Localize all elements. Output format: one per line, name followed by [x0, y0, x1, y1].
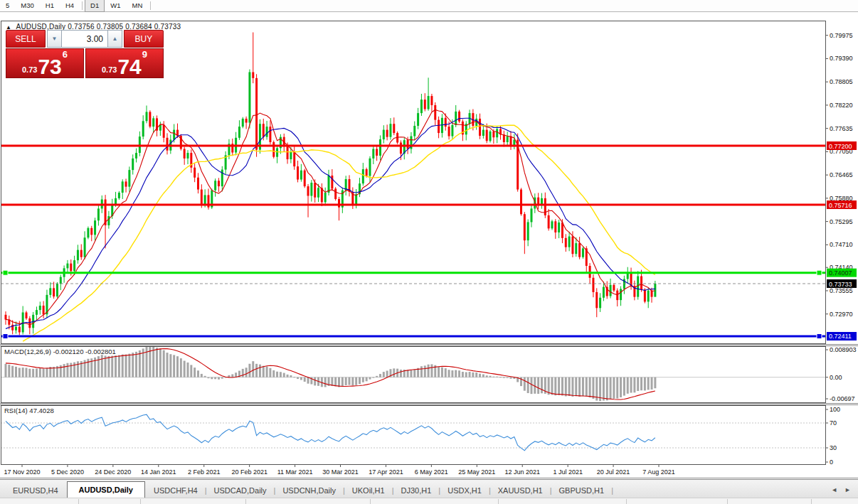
tab-audusd-daily[interactable]: AUDUSD,Daily — [67, 481, 145, 498]
date-tick-label: 14 Jan 2021 — [141, 468, 176, 476]
price-tick-label: 0.78805 — [830, 78, 853, 85]
date-tick-label: 24 Dec 2020 — [95, 468, 131, 476]
price-tick-label: 0.79975 — [830, 32, 853, 39]
level-price-badge: 0.77200 — [827, 141, 857, 150]
timeframe-button-D1[interactable]: D1 — [85, 0, 105, 12]
level-price-badge: 0.75716 — [827, 200, 857, 209]
buy-price-pips: 74 — [117, 58, 141, 76]
timeframe-button-MN[interactable]: MN — [127, 0, 149, 12]
macd-scale-label: 0.008903 — [830, 346, 857, 353]
status-column-separator — [78, 499, 79, 504]
timeframe-button-5[interactable]: 5 — [0, 0, 15, 12]
mt4-window: { "toolbar": { "timeframes": ["5", "M30"… — [0, 0, 858, 504]
tab-usdx-h1[interactable]: USDX,H1 — [440, 483, 489, 498]
price-tick-label: 0.76465 — [830, 171, 853, 178]
tab-gbpusd-h1[interactable]: GBPUSD,H1 — [552, 483, 612, 498]
date-tick-label: 17 Nov 2020 — [4, 468, 40, 476]
date-tick-label: 2 Feb 2021 — [188, 468, 221, 476]
toolbar-separator — [82, 1, 83, 10]
timeframe-button-W1[interactable]: W1 — [105, 0, 126, 12]
buy-price-base: 0.73 — [102, 65, 117, 74]
status-column-separator — [811, 499, 812, 504]
date-tick-label: 20 Feb 2021 — [231, 468, 268, 476]
price-tick-label: 0.75295 — [830, 218, 853, 225]
price-tick-label: 0.79390 — [830, 55, 853, 62]
date-tick-label: 20 Jul 2021 — [597, 468, 630, 476]
level-price-badge: 0.74007 — [827, 269, 857, 277]
status-column-separator — [140, 499, 141, 504]
status-column-separator — [498, 499, 499, 504]
tab-eurusd-h4[interactable]: EURUSD,H4 — [0, 483, 65, 498]
rsi-scale-label: 30 — [830, 444, 837, 451]
timeframe-toolbar: 5M30H1H4D1W1MN — [0, 0, 858, 12]
sell-price-base: 0.73 — [22, 65, 37, 74]
rsi-label: RSI(14) 47.4028 — [4, 407, 54, 414]
timeframe-button-H1[interactable]: H1 — [40, 0, 60, 12]
one-click-trading-panel: SELL ▼ ▲ BUY 0.73 73 6 0.73 74 9 — [6, 30, 164, 78]
volume-increase-button[interactable]: ▲ — [107, 30, 122, 48]
svg-text:0.74007: 0.74007 — [829, 269, 852, 277]
date-tick-label: 11 Mar 2021 — [277, 468, 313, 476]
date-tick-label: 17 Apr 2021 — [369, 468, 403, 476]
tab-usdcnh-daily[interactable]: USDCNH,Daily — [275, 483, 343, 498]
date-tick-label: 6 May 2021 — [415, 468, 448, 476]
date-tick-label: 1 Jul 2021 — [553, 468, 583, 476]
price-tick-label: 0.72970 — [830, 311, 853, 318]
macd-scale-label: 0.00 — [830, 374, 842, 381]
buy-price-display[interactable]: 0.73 74 9 — [85, 48, 164, 78]
timeframe-button-M30[interactable]: M30 — [15, 0, 39, 12]
sell-price-display[interactable]: 0.73 73 6 — [6, 48, 84, 78]
timeframe-button-H4[interactable]: H4 — [60, 0, 80, 12]
symbol-tab-bar: EURUSD,H4AUDUSD,DailyUSDCHF,H4|USDCAD,Da… — [0, 479, 858, 498]
sell-price-pips: 73 — [38, 58, 61, 76]
sell-price-point: 6 — [63, 49, 68, 60]
rsi-scale-label: 0 — [830, 459, 833, 466]
price-tick-label: 0.77635 — [830, 125, 853, 132]
toolbar-separator — [150, 1, 151, 10]
tab-usdchf-h4[interactable]: USDCHF,H4 — [147, 483, 205, 498]
svg-text:0.73733: 0.73733 — [829, 281, 852, 288]
date-tick-label: 7 Aug 2021 — [642, 468, 675, 476]
rsi-scale-label: 70 — [830, 419, 837, 427]
tab-xauusd-h1[interactable]: XAUUSD,H1 — [491, 483, 550, 498]
svg-text:0.75716: 0.75716 — [829, 202, 852, 209]
price-tick-label: 0.74710 — [830, 241, 853, 248]
price-tick-label: 0.78220 — [830, 102, 853, 109]
volume-input[interactable] — [62, 30, 107, 48]
tab-dj30-h1[interactable]: DJ30,H1 — [394, 483, 439, 498]
volume-decrease-button[interactable]: ▼ — [47, 30, 62, 48]
buy-price-point: 9 — [142, 49, 147, 60]
date-tick-label: 30 Mar 2021 — [322, 468, 359, 476]
status-strip — [0, 498, 858, 504]
date-tick-label: 12 Jun 2021 — [504, 468, 540, 476]
macd-scale-label: -0.00697 — [830, 395, 855, 402]
status-column-separator — [727, 499, 728, 504]
date-tick-label: 5 Dec 2020 — [51, 468, 84, 476]
rsi-scale-label: 100 — [830, 406, 840, 413]
macd-label: MACD(12,26,9) -0.002120 -0.002801 — [4, 348, 116, 355]
status-column-separator — [370, 499, 371, 504]
date-tick-label: 25 May 2021 — [458, 468, 495, 476]
buy-button[interactable]: BUY — [124, 30, 164, 48]
sell-button[interactable]: SELL — [6, 30, 46, 48]
level-price-badge: 0.72411 — [827, 332, 857, 341]
tab-scroll-left-icon[interactable]: ◄ — [831, 486, 837, 493]
status-column-separator — [626, 499, 627, 504]
svg-text:0.72411: 0.72411 — [829, 333, 852, 340]
svg-text:0.77200: 0.77200 — [829, 143, 852, 150]
status-column-separator — [245, 499, 246, 504]
current-price-badge: 0.73733 — [827, 279, 857, 288]
tab-usdcad-daily[interactable]: USDCAD,Daily — [207, 483, 274, 498]
tab-separator: | — [611, 486, 613, 498]
tab-scroll-arrows: ◄► — [831, 486, 858, 498]
tab-scroll-right-icon[interactable]: ► — [844, 486, 851, 493]
tab-ukoil-h1[interactable]: UKOil,H1 — [345, 483, 392, 498]
price-tick-label: 0.73555 — [830, 287, 853, 294]
